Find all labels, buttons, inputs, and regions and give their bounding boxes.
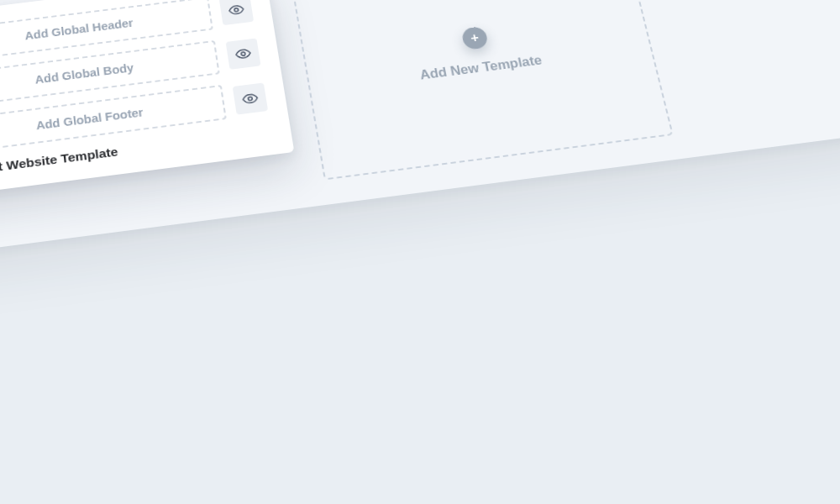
theme-builder-panel: D Divi Theme Builder Add Global Header xyxy=(0,0,840,258)
builder-content: D Divi Theme Builder Add Global Header xyxy=(0,0,840,258)
eye-icon xyxy=(241,91,259,107)
plus-icon: + xyxy=(460,26,489,50)
slot-label: Add Global Body xyxy=(34,61,134,86)
toggle-visibility-header[interactable] xyxy=(219,0,254,25)
eye-icon xyxy=(234,46,252,62)
slot-label: Add Global Footer xyxy=(35,106,144,132)
slot-label: Add Global Header xyxy=(24,17,134,42)
svg-point-2 xyxy=(248,97,252,101)
svg-point-0 xyxy=(234,8,239,12)
toggle-visibility-body[interactable] xyxy=(226,38,261,69)
add-new-template-card[interactable]: + Add New Template xyxy=(289,0,674,180)
svg-point-1 xyxy=(241,52,245,56)
eye-icon xyxy=(228,3,245,18)
toggle-visibility-footer[interactable] xyxy=(233,82,268,114)
default-template-card: Add Global Header Add Global Body xyxy=(0,0,294,197)
add-template-label: Add New Template xyxy=(419,53,543,82)
